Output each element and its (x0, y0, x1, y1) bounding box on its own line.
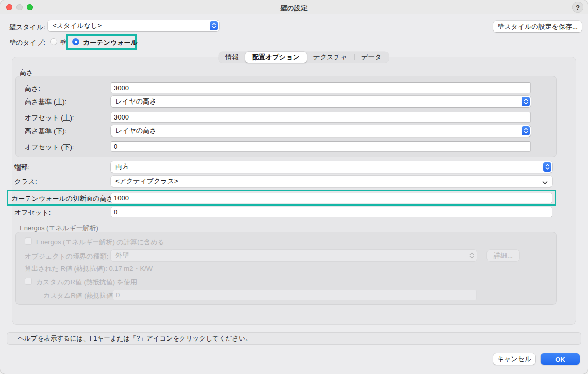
bottom-bound-label: 高さ基準 (下): (25, 127, 66, 136)
bottom-offset-label: オフセット (下): (25, 143, 74, 152)
tab-placement-options[interactable]: 配置オプション (245, 52, 307, 63)
title-bar: 壁の設定 ? (0, 0, 588, 14)
window-title: 壁の設定 (0, 4, 588, 13)
cut-plane-label: カーテンウォールの切断面の高さ: (11, 194, 115, 203)
custom-r-input (113, 290, 477, 300)
computed-r-value-text: 算出された R値 (熱抵抗値): 0.17 m2・K/W (25, 264, 153, 274)
boundary-type-value: 外壁 (115, 251, 129, 260)
caps-label: 端部: (14, 163, 30, 172)
wall-style-select[interactable]: <スタイルなし> (48, 20, 219, 31)
help-bar: ヘルプを表示するには、F1キーまたは「?」アイコンをクリックしてください。 (7, 332, 581, 345)
popup-stepper-icon (522, 97, 530, 106)
energos-include-label: Energos (エネルギー解析) の計算に含める (36, 237, 164, 247)
offset-label: オフセット: (14, 208, 51, 217)
boundary-type-label: オブジェクトの境界の種類: (25, 252, 108, 261)
save-wall-style-button[interactable]: 壁スタイルの設定を保存... (493, 21, 582, 32)
tab-info[interactable]: 情報 (219, 52, 245, 63)
class-combo[interactable]: <アクティブクラス> (111, 176, 552, 187)
cancel-button[interactable]: キャンセル (493, 353, 535, 365)
wall-style-label: 壁スタイル: (9, 23, 45, 32)
custom-r-checkbox-label: カスタムのR値 (熱抵抗値) を使用 (36, 278, 137, 287)
popup-stepper-icon (543, 162, 551, 172)
top-offset-label: オフセット (上): (25, 113, 74, 123)
radio-curtain-wall-label[interactable]: カーテンウォール (83, 38, 138, 47)
tab-data[interactable]: データ (355, 52, 389, 63)
top-bound-label: 高さ基準 (上): (25, 97, 66, 107)
boundary-type-select: 外壁 (111, 250, 477, 261)
class-value: <アクティブクラス> (115, 177, 178, 186)
height-input[interactable] (111, 82, 531, 93)
caps-select[interactable]: 両方 (111, 161, 552, 173)
wall-type-label: 壁のタイプ: (9, 38, 45, 47)
wall-style-value: <スタイルなし> (53, 21, 102, 30)
tab-texture[interactable]: テクスチャ (307, 52, 355, 63)
top-bound-value: レイヤの高さ (115, 97, 157, 106)
bottom-offset-input[interactable] (111, 141, 531, 152)
height-label: 高さ: (25, 84, 40, 93)
curtain-wall-highlight-box: カーテンウォール (66, 34, 137, 50)
help-icon[interactable]: ? (572, 2, 583, 13)
custom-r-checkbox (25, 278, 32, 285)
class-label: クラス: (14, 177, 37, 186)
popup-stepper-icon (210, 21, 218, 30)
top-bound-select[interactable]: レイヤの高さ (111, 96, 531, 107)
radio-curtain-wall[interactable] (72, 38, 79, 45)
popup-stepper-icon (522, 126, 530, 135)
radio-wall[interactable] (50, 38, 57, 45)
cut-plane-input[interactable] (111, 193, 552, 203)
help-bar-text: ヘルプを表示するには、F1キーまたは「?」アイコンをクリックしてください。 (18, 334, 251, 343)
tab-bar: 情報 配置オプション テクスチャ データ (219, 52, 389, 63)
energos-include-checkbox (25, 237, 32, 245)
chevron-down-icon (542, 179, 548, 186)
top-offset-input[interactable] (111, 112, 531, 123)
ok-button[interactable]: OK (541, 353, 580, 365)
bottom-bound-value: レイヤの高さ (115, 126, 157, 135)
wall-settings-dialog: 壁の設定 ? 壁スタイル: <スタイルなし> 壁スタイルの設定を保存... 壁の… (0, 0, 588, 374)
caps-value: 両方 (115, 162, 129, 172)
offset-input[interactable] (111, 207, 552, 217)
custom-r-label: カスタムR値 (熱抵抗値): (43, 291, 117, 300)
popup-stepper-icon (467, 251, 476, 260)
bottom-bound-select[interactable]: レイヤの高さ (111, 125, 531, 137)
details-button: 詳細... (487, 250, 519, 261)
